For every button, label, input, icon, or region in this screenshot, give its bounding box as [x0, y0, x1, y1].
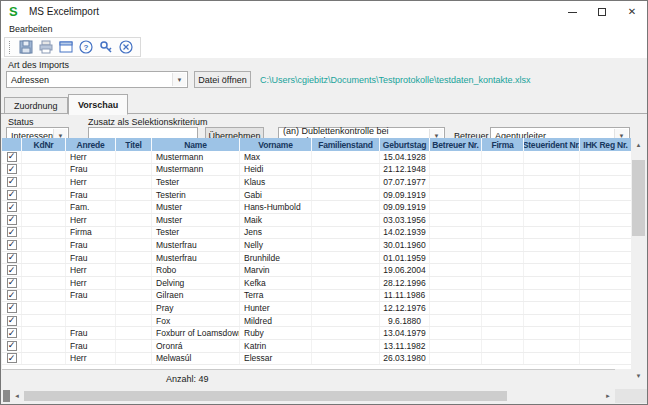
column-header[interactable]: Titel: [116, 138, 152, 151]
close-window-icon[interactable]: [118, 40, 133, 55]
scroll-up-icon[interactable]: ▲: [631, 138, 646, 151]
row-checkbox[interactable]: ✓: [7, 328, 17, 338]
table-row[interactable]: ✓HerrRoboMarvin19.06.2004: [2, 264, 632, 277]
cell: Melwasúl: [152, 353, 240, 365]
table-row[interactable]: ✓HerrMusterMaik03.03.1956: [2, 214, 632, 227]
row-checkbox[interactable]: ✓: [7, 253, 17, 263]
cell: 12.12.1976: [380, 302, 430, 314]
vertical-scrollbar[interactable]: ▲ ▼: [631, 138, 646, 382]
horizontal-scrollbar[interactable]: ◄ ►: [2, 389, 614, 403]
key-icon[interactable]: [98, 40, 113, 55]
cell: [580, 277, 632, 289]
table-row[interactable]: ✓FoxMildred9.6.1880: [2, 315, 632, 328]
cell: Firma: [66, 227, 116, 239]
cell: Terra: [240, 290, 312, 302]
column-header[interactable]: Firma: [482, 138, 524, 151]
row-checkbox[interactable]: ✓: [7, 227, 17, 237]
preview-icon[interactable]: [58, 40, 73, 55]
scroll-right-icon[interactable]: ►: [602, 389, 614, 403]
cell: 28.12.1996: [380, 277, 430, 289]
vertical-scrollbar-thumb[interactable]: [632, 160, 645, 236]
table-row[interactable]: ✓Fam.MusterHans-Humbold09.09.1919: [2, 201, 632, 214]
tab-vorschau[interactable]: Vorschau: [68, 94, 128, 115]
row-checkbox[interactable]: ✓: [7, 265, 17, 275]
table-row[interactable]: ✓HerrMelwasúlElessar26.03.1980: [2, 353, 632, 366]
table-row[interactable]: ✓FrauFoxburr of LoamsdownRuby13.04.1979: [2, 327, 632, 340]
cell: [312, 201, 380, 213]
row-checkbox[interactable]: ✓: [7, 152, 17, 162]
row-checkbox[interactable]: ✓: [7, 164, 17, 174]
cell: [312, 340, 380, 352]
row-checkbox[interactable]: ✓: [7, 240, 17, 250]
table-row[interactable]: ✓PrayHunter12.12.1976: [2, 302, 632, 315]
table-row[interactable]: ✓FrauOronráKatrin13.11.1982: [2, 340, 632, 353]
cell: Tester: [152, 227, 240, 239]
cell: [430, 164, 482, 176]
cell: [430, 252, 482, 264]
help-icon[interactable]: ?: [78, 40, 93, 55]
cell: [482, 214, 524, 226]
row-checkbox[interactable]: ✓: [7, 215, 17, 225]
cell: Frau: [66, 252, 116, 264]
cell: 03.03.1956: [380, 214, 430, 226]
cell: [22, 340, 66, 352]
open-file-button[interactable]: Datei öffnen: [194, 71, 251, 88]
cell: Herr: [66, 151, 116, 163]
column-header[interactable]: Vorname: [240, 138, 312, 151]
row-checkbox[interactable]: ✓: [7, 303, 17, 313]
toolbar-grip[interactable]: [9, 41, 11, 54]
table-row[interactable]: ✓HerrTesterKlaus07.07.1977: [2, 176, 632, 189]
row-checkbox[interactable]: ✓: [7, 190, 17, 200]
scrollbar-grip[interactable]: [3, 390, 10, 402]
table-row[interactable]: ✓FirmaTesterJens14.02.1939: [2, 227, 632, 240]
table-row[interactable]: ✓FrauGilraenTerra11.11.1986: [2, 290, 632, 303]
table-row[interactable]: ✓HerrDelvingKefka28.12.1996: [2, 277, 632, 290]
table-row[interactable]: ✓FrauMustermannHeidi21.12.1948: [2, 164, 632, 177]
table-row[interactable]: ✓FrauMusterfrauBrunhilde01.01.1959: [2, 252, 632, 265]
column-header[interactable]: Familienstand: [312, 138, 380, 151]
column-header[interactable]: Anrede: [66, 138, 116, 151]
scroll-down-icon[interactable]: ▼: [631, 369, 646, 382]
save-icon[interactable]: [18, 40, 33, 55]
close-button[interactable]: ✕: [617, 1, 647, 23]
cell: [580, 340, 632, 352]
table-row[interactable]: ✓HerrMustermannMax15.04.1928: [2, 151, 632, 164]
cell: [116, 201, 152, 213]
column-header[interactable]: Geburtstag: [380, 138, 430, 151]
row-checkbox[interactable]: ✓: [7, 202, 17, 212]
row-checkbox[interactable]: ✓: [7, 290, 17, 300]
cell: Max: [240, 151, 312, 163]
cell: [430, 151, 482, 163]
column-header[interactable]: IHK Reg Nr.: [580, 138, 632, 151]
column-header[interactable]: KdNr: [22, 138, 66, 151]
row-checkbox[interactable]: ✓: [7, 341, 17, 351]
table-row[interactable]: ✓FrauTesterinGabi09.09.1919: [2, 189, 632, 202]
maximize-button[interactable]: [587, 1, 617, 23]
minimize-button[interactable]: [557, 1, 587, 23]
print-icon[interactable]: [38, 40, 53, 55]
tab-zuordnung[interactable]: Zuordnung: [4, 97, 68, 114]
column-header[interactable]: Name: [152, 138, 240, 151]
row-checkbox[interactable]: ✓: [7, 177, 17, 187]
table-row[interactable]: ✓FrauMusterfrauNelly30.01.1960: [2, 239, 632, 252]
horizontal-scrollbar-thumb[interactable]: [24, 391, 507, 401]
cell: [482, 227, 524, 239]
cell: [312, 353, 380, 365]
cell: Nelly: [240, 239, 312, 251]
checkbox-cell: ✓: [2, 151, 22, 163]
scroll-left-icon[interactable]: ◄: [11, 389, 23, 403]
row-checkbox[interactable]: ✓: [7, 353, 17, 363]
column-header[interactable]: Betreuer Nr.: [430, 138, 482, 151]
cell: [482, 151, 524, 163]
row-checkbox[interactable]: ✓: [7, 278, 17, 288]
cell: [312, 302, 380, 314]
import-type-select[interactable]: Adressen ▼: [6, 71, 188, 88]
menu-bearbeiten[interactable]: Bearbeiten: [9, 24, 53, 34]
cell: [312, 277, 380, 289]
select-column-header[interactable]: [2, 138, 22, 151]
column-header[interactable]: Steuerident Nr.: [524, 138, 580, 151]
cell: [524, 264, 580, 276]
cell: 09.09.1919: [380, 201, 430, 213]
row-checkbox[interactable]: ✓: [7, 316, 17, 326]
cell: [430, 227, 482, 239]
